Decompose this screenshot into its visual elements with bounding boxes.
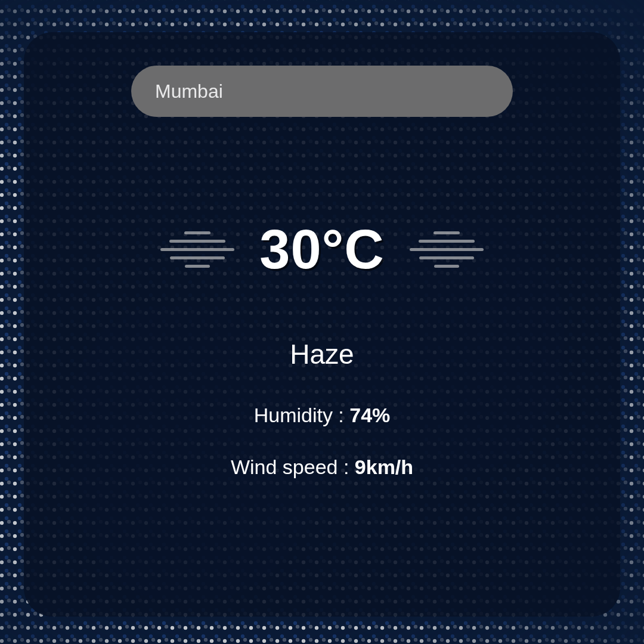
humidity-label: Humidity : [254,404,350,426]
weather-card: 30°C Haze Humidity : 74% Wind speed : 9k… [24,32,620,617]
humidity-value: 74% [349,404,390,426]
wind-label: Wind speed : [231,456,355,478]
city-search-input[interactable] [131,66,513,117]
haze-icon [158,228,237,271]
humidity-stat: Humidity : 74% [254,404,391,427]
temperature-row: 30°C [158,218,486,281]
condition-label: Haze [290,338,354,370]
haze-icon [407,228,486,271]
wind-value: 9km/h [355,456,413,478]
wind-stat: Wind speed : 9km/h [231,456,413,479]
temperature-value: 30°C [259,218,385,281]
